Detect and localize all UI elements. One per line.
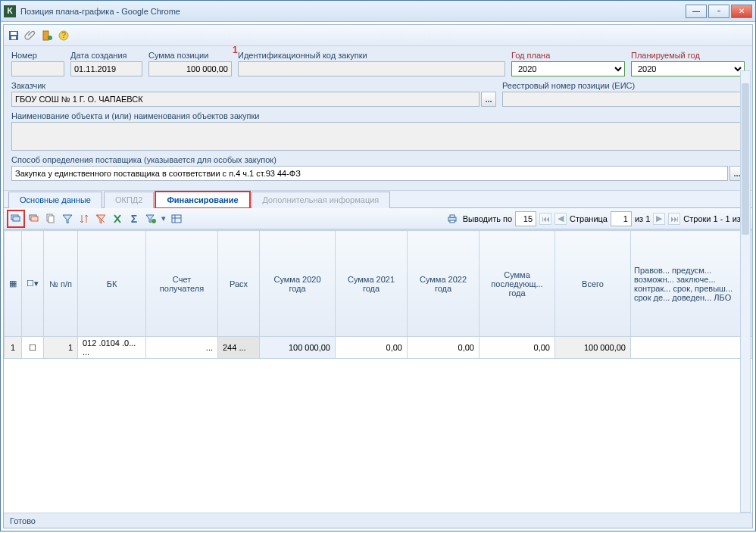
dropdown-icon[interactable]: ▾ xyxy=(161,214,166,223)
svg-rect-20 xyxy=(450,220,455,223)
label-sum: Сумма позиции xyxy=(148,51,232,60)
scrollbar-thumb[interactable] xyxy=(742,83,749,235)
tab-strip: Основные данные ОКПД2 Финансирование Доп… xyxy=(4,191,752,208)
tab-main[interactable]: Основные данные xyxy=(8,192,102,208)
showby-label: Выводить по xyxy=(463,214,512,223)
col-bk[interactable]: БК xyxy=(78,231,146,337)
app-icon: K xyxy=(4,5,16,17)
funnel-gear-icon[interactable] xyxy=(145,213,157,225)
page-next-button[interactable]: ▶ xyxy=(653,213,665,225)
col-rash[interactable]: Расх xyxy=(218,231,260,337)
method-field[interactable] xyxy=(11,166,728,181)
grid-layout-icon[interactable] xyxy=(170,213,183,225)
label-planned-year: Планируемый год xyxy=(631,51,745,60)
grid-corner-icon[interactable]: ▦ xyxy=(9,279,17,288)
cell-s2022[interactable]: 0,00 xyxy=(408,337,480,359)
cell-s2021[interactable]: 0,00 xyxy=(336,337,408,359)
maximize-button[interactable]: ▫ xyxy=(708,5,729,18)
status-text: Готово xyxy=(10,516,36,525)
filter-icon[interactable] xyxy=(61,213,73,225)
table-row[interactable]: 1 ☐ 1 012 .0104 .0... ... ... 244 ... 10… xyxy=(5,337,752,359)
cell-account[interactable]: ... xyxy=(146,337,218,359)
cell-bkn: 1 xyxy=(44,337,78,359)
page-prev-button[interactable]: ◀ xyxy=(555,213,567,225)
help-icon[interactable]: ? xyxy=(57,29,70,42)
row-checkbox[interactable]: ☐ xyxy=(29,343,36,352)
svg-text:?: ? xyxy=(61,30,66,39)
sum-field xyxy=(148,61,232,76)
excel-icon[interactable] xyxy=(111,213,123,225)
save-icon[interactable] xyxy=(7,29,20,42)
cell-rash[interactable]: 244 ... xyxy=(218,337,260,359)
label-customer: Заказчик xyxy=(11,81,496,90)
label-reestr: Реестровый номер позиции (ЕИС) xyxy=(502,81,745,90)
label-method: Способ определения поставщика (указывает… xyxy=(11,155,745,164)
close-button[interactable]: ✕ xyxy=(731,5,752,18)
svg-point-4 xyxy=(48,36,52,40)
customer-lookup-button[interactable]: ... xyxy=(481,92,496,107)
vertical-scrollbar[interactable] xyxy=(740,70,751,513)
col-sum2021[interactable]: Сумма 2021 года xyxy=(336,231,408,337)
svg-rect-10 xyxy=(31,217,38,221)
attach-icon[interactable] xyxy=(23,29,37,42)
grid-header-row: ▦ ☐▾ № п/п БК Счет получателя Расх Сумма… xyxy=(5,231,752,337)
add-row-icon[interactable] xyxy=(10,213,22,225)
sheet-icon[interactable] xyxy=(40,29,54,42)
page-input[interactable] xyxy=(611,211,632,226)
svg-rect-1 xyxy=(11,32,17,35)
col-right[interactable]: Правов... предусм... возможн... заключе.… xyxy=(631,231,752,337)
grid-toolbar: Σ ▾ Выводить по ⏮ ◀ Страница из 1 ▶ ⏭ Ст… xyxy=(4,208,752,229)
cell-total: 100 000,00 xyxy=(555,337,631,359)
tab-additional[interactable]: Дополнительная информация xyxy=(251,192,391,208)
grid[interactable]: ▦ ☐▾ № п/п БК Счет получателя Расх Сумма… xyxy=(4,229,752,513)
svg-point-14 xyxy=(152,219,156,223)
cell-rownum: 1 xyxy=(5,337,22,359)
object-name-field xyxy=(11,122,745,151)
svg-rect-12 xyxy=(48,216,54,223)
cell-snext[interactable]: 0,00 xyxy=(480,337,555,359)
planned-year-select[interactable]: 2020 xyxy=(631,61,745,76)
window-title: Позиция плана-графика - Google Chrome xyxy=(20,7,686,16)
titlebar: K Позиция плана-графика - Google Chrome … xyxy=(1,1,755,22)
cell-s2020[interactable]: 100 000,00 xyxy=(260,337,336,359)
delete-row-icon[interactable] xyxy=(28,213,40,225)
tab-finance[interactable]: Финансирование xyxy=(155,192,249,208)
select-all-checkbox[interactable]: ☐▾ xyxy=(27,279,39,288)
ikz-field xyxy=(238,61,505,76)
col-rownum[interactable]: № п/п xyxy=(44,231,78,337)
sigma-icon[interactable]: Σ xyxy=(128,213,140,225)
page-label: Страница xyxy=(570,214,608,223)
form-area: Номер Дата создания Сумма позиции Иденти… xyxy=(4,46,752,191)
svg-rect-2 xyxy=(11,36,16,39)
minimize-button[interactable]: — xyxy=(686,5,707,18)
col-account[interactable]: Счет получателя xyxy=(146,231,218,337)
filter-clear-icon[interactable] xyxy=(95,213,107,225)
page-last-button[interactable]: ⏭ xyxy=(668,213,680,225)
cell-right[interactable] xyxy=(631,337,752,359)
label-number: Номер xyxy=(11,51,64,60)
pager: Выводить по ⏮ ◀ Страница из 1 ▶ ⏭ Строки… xyxy=(463,211,748,226)
label-object-name: Наименование объекта и (или) наименовани… xyxy=(11,111,745,120)
col-sumnext[interactable]: Сумма последующ... года xyxy=(480,231,555,337)
svg-rect-8 xyxy=(13,217,20,221)
annotation-1: 1 xyxy=(233,45,238,55)
col-sum2020[interactable]: Сумма 2020 года xyxy=(260,231,336,337)
statusbar: Готово xyxy=(4,513,752,528)
page-first-button[interactable]: ⏮ xyxy=(539,213,551,225)
label-plan-year: Год плана xyxy=(511,51,625,60)
print-icon[interactable] xyxy=(446,213,458,225)
rows-label: Строки 1 - 1 из 1 xyxy=(683,214,748,223)
page-size-input[interactable] xyxy=(515,211,536,226)
plan-year-select[interactable]: 2020 xyxy=(511,61,625,76)
svg-rect-19 xyxy=(450,215,455,217)
col-sum2022[interactable]: Сумма 2022 года xyxy=(408,231,480,337)
create-date-field xyxy=(70,61,142,76)
cell-bk[interactable]: 012 .0104 .0... ... xyxy=(78,337,146,359)
copy-icon[interactable] xyxy=(45,213,57,225)
main-toolbar: ? xyxy=(4,25,752,46)
tab-okpd2[interactable]: ОКПД2 xyxy=(104,192,154,208)
col-total[interactable]: Всего xyxy=(555,231,631,337)
sort-icon[interactable] xyxy=(78,213,90,225)
svg-rect-15 xyxy=(172,215,181,223)
number-field xyxy=(11,61,64,76)
